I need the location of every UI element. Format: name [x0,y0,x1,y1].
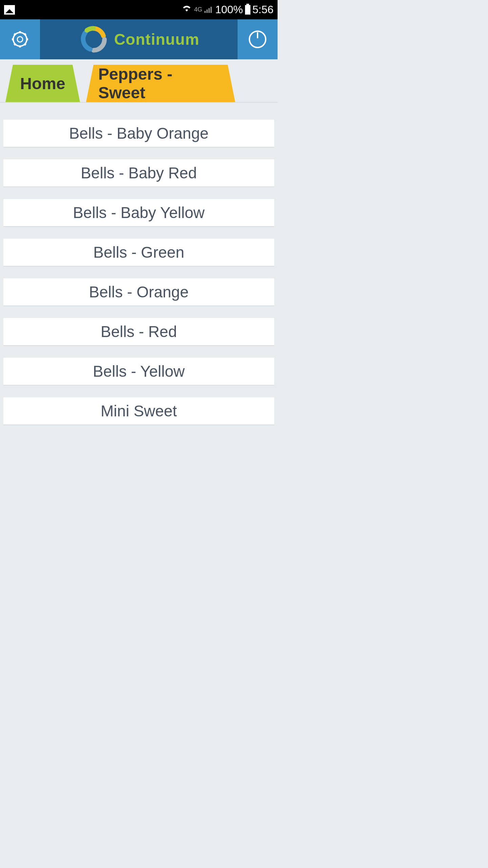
network-label: 4G [194,6,202,13]
list-item-label: Mini Sweet [101,402,177,420]
svg-rect-3 [210,7,212,13]
list-item-label: Bells - Baby Yellow [73,203,205,222]
list-item[interactable]: Bells - Baby Red [3,159,274,187]
picture-icon [4,5,15,15]
settings-button[interactable] [0,19,40,59]
list-item-label: Bells - Green [93,243,184,261]
app-header: Continuum [0,19,278,59]
list-item[interactable]: Bells - Baby Orange [3,120,274,147]
svg-rect-0 [204,11,206,13]
list-item[interactable]: Bells - Red [3,318,274,346]
list-container: Bells - Baby Orange Bells - Baby Red Bel… [0,103,278,425]
gear-icon [10,29,30,50]
list-item[interactable]: Bells - Yellow [3,358,274,386]
tab-category-label: Peppers - Sweet [98,65,223,102]
status-right: 4G 100% 5:56 [181,3,273,16]
list-item-label: Bells - Yellow [93,362,185,380]
list-item[interactable]: Bells - Green [3,239,274,267]
list-item-label: Bells - Baby Orange [69,124,209,142]
battery-percent: 100% [215,3,243,16]
signal-icon [204,5,213,15]
svg-rect-1 [206,9,208,13]
time-display: 5:56 [252,3,273,16]
tab-home-label: Home [20,74,65,93]
svg-rect-2 [208,8,210,13]
list-item[interactable]: Mini Sweet [3,397,274,425]
svg-point-4 [17,37,23,42]
tab-home[interactable]: Home [5,65,80,102]
list-item-label: Bells - Red [101,322,177,341]
wifi-icon [181,4,192,15]
list-item-label: Bells - Baby Red [81,164,197,182]
list-item[interactable]: Bells - Orange [3,278,274,306]
app-name: Continuum [114,30,200,48]
app-logo-icon [78,24,109,54]
tab-category[interactable]: Peppers - Sweet [86,65,235,102]
tabs-bar: Home Peppers - Sweet [0,59,278,103]
status-left [4,5,15,15]
power-icon [248,30,267,48]
svg-point-5 [13,33,27,46]
list-item-label: Bells - Orange [89,283,188,301]
status-bar: 4G 100% 5:56 [0,0,278,19]
list-item[interactable]: Bells - Baby Yellow [3,199,274,227]
power-button[interactable] [238,19,278,59]
battery-icon [245,5,250,15]
header-title-area: Continuum [40,19,238,59]
